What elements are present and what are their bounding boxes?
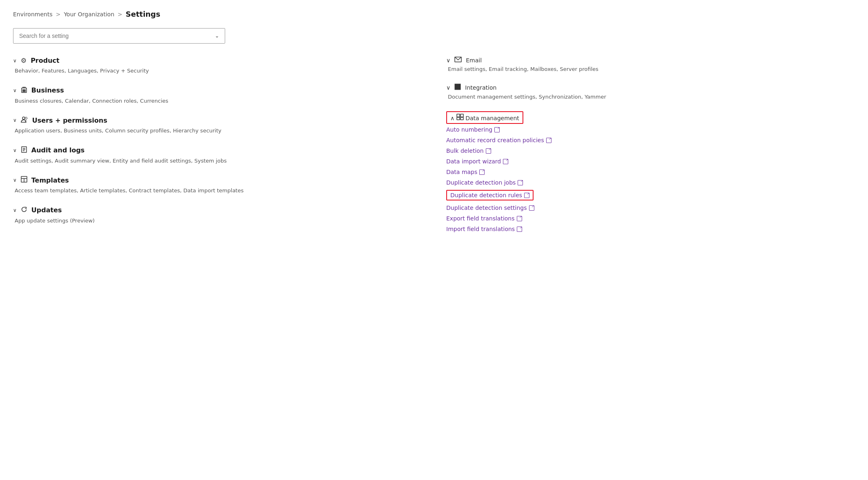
chevron-business-icon: ∨ bbox=[13, 88, 17, 93]
external-link-icon bbox=[517, 227, 522, 232]
auto-numbering-link[interactable]: Auto numbering bbox=[446, 126, 500, 133]
section-integration-desc: Document management settings, Synchroniz… bbox=[448, 94, 855, 100]
section-users-desc: Application users, Business units, Colum… bbox=[15, 127, 422, 135]
duplicate-detection-settings-link[interactable]: Duplicate detection settings bbox=[446, 205, 534, 211]
section-integration-title: Integration bbox=[465, 84, 496, 91]
breadcrumb-current: Settings bbox=[126, 10, 160, 18]
section-business-header[interactable]: ∨ Business bbox=[13, 86, 422, 95]
external-link-icon bbox=[529, 205, 534, 211]
data-maps-label: Data maps bbox=[446, 169, 477, 175]
section-templates: ∨ Templates Access team templates, Artic… bbox=[13, 176, 422, 195]
chevron-updates-icon: ∨ bbox=[13, 207, 17, 213]
section-updates-header[interactable]: ∨ Updates bbox=[13, 206, 422, 214]
external-link-icon bbox=[486, 148, 491, 154]
section-integration: ∨ Integration Document management settin… bbox=[446, 84, 855, 100]
svg-rect-23 bbox=[461, 117, 463, 120]
svg-rect-0 bbox=[22, 88, 27, 92]
svg-point-6 bbox=[25, 117, 27, 119]
svg-rect-22 bbox=[457, 117, 460, 120]
integration-icon bbox=[454, 84, 461, 91]
import-field-translations-label: Import field translations bbox=[446, 226, 515, 232]
audit-icon bbox=[21, 146, 27, 154]
section-business-title: Business bbox=[31, 86, 64, 94]
section-templates-header[interactable]: ∨ Templates bbox=[13, 176, 422, 184]
svg-rect-4 bbox=[24, 91, 25, 92]
external-link-icon bbox=[518, 180, 523, 185]
section-audit-header[interactable]: ∨ Audit and logs bbox=[13, 146, 422, 154]
left-column: ∨ ⚙ Product Behavior, Features, Language… bbox=[13, 57, 422, 244]
svg-rect-19 bbox=[458, 87, 461, 90]
section-data-management: ∧ Data management bbox=[446, 111, 855, 232]
import-field-translations-link[interactable]: Import field translations bbox=[446, 226, 522, 232]
templates-icon bbox=[21, 176, 27, 184]
svg-rect-18 bbox=[455, 87, 458, 90]
chevron-integration-icon: ∨ bbox=[446, 84, 450, 91]
section-updates-desc: App update settings (Preview) bbox=[15, 217, 422, 225]
external-link-icon bbox=[494, 127, 500, 132]
section-product-header[interactable]: ∨ ⚙ Product bbox=[13, 57, 422, 64]
breadcrumb-environments[interactable]: Environments bbox=[13, 11, 53, 18]
section-data-management-title: Data management bbox=[465, 115, 519, 121]
section-email-header[interactable]: ∨ Email bbox=[446, 57, 855, 64]
data-management-icon bbox=[456, 115, 465, 121]
dm-link-data-import-wizard: Data import wizard bbox=[446, 158, 855, 165]
export-field-translations-link[interactable]: Export field translations bbox=[446, 215, 522, 222]
section-business-desc: Business closures, Calendar, Connection … bbox=[15, 97, 422, 105]
breadcrumb-sep1: > bbox=[56, 11, 61, 18]
section-templates-title: Templates bbox=[31, 176, 69, 184]
svg-rect-1 bbox=[23, 90, 24, 90]
dm-link-bulk-deletion: Bulk deletion bbox=[446, 148, 855, 154]
dm-link-duplicate-detection-rules: Duplicate detection rules bbox=[446, 190, 855, 200]
auto-numbering-label: Auto numbering bbox=[446, 126, 492, 133]
chevron-down-icon: ⌄ bbox=[215, 33, 219, 39]
section-email: ∨ Email Email settings, Email tracking, … bbox=[446, 57, 855, 72]
breadcrumb-sep2: > bbox=[117, 11, 122, 18]
building-icon bbox=[21, 86, 27, 95]
automatic-record-label: Automatic record creation policies bbox=[446, 137, 544, 143]
search-input[interactable] bbox=[19, 33, 215, 39]
section-data-management-header[interactable]: ∧ Data management bbox=[446, 111, 855, 124]
users-icon bbox=[21, 116, 28, 124]
section-updates-title: Updates bbox=[31, 206, 62, 214]
chevron-users-icon: ∨ bbox=[13, 117, 17, 123]
search-bar[interactable]: ⌄ bbox=[13, 28, 225, 44]
gear-icon: ⚙ bbox=[21, 57, 27, 64]
external-link-icon bbox=[479, 170, 485, 175]
chevron-data-mgmt-icon: ∧ bbox=[450, 115, 454, 121]
external-link-icon bbox=[524, 193, 529, 198]
dm-link-export-field-translations: Export field translations bbox=[446, 215, 855, 222]
duplicate-detection-settings-label: Duplicate detection settings bbox=[446, 205, 527, 211]
chevron-templates-icon: ∨ bbox=[13, 177, 17, 183]
data-maps-link[interactable]: Data maps bbox=[446, 169, 485, 175]
section-audit: ∨ Audit and logs Audit settings, Audit s… bbox=[13, 146, 422, 165]
svg-rect-3 bbox=[23, 91, 24, 92]
section-product-desc: Behavior, Features, Languages, Privacy +… bbox=[15, 67, 422, 75]
svg-rect-2 bbox=[24, 90, 25, 90]
bulk-deletion-link[interactable]: Bulk deletion bbox=[446, 148, 491, 154]
section-audit-desc: Audit settings, Audit summary view, Enti… bbox=[15, 157, 422, 165]
dm-link-auto-numbering: Auto numbering bbox=[446, 126, 855, 133]
section-product: ∨ ⚙ Product Behavior, Features, Language… bbox=[13, 57, 422, 75]
section-integration-header[interactable]: ∨ Integration bbox=[446, 84, 855, 91]
duplicate-detection-rules-link[interactable]: Duplicate detection rules bbox=[446, 190, 534, 200]
automatic-record-link[interactable]: Automatic record creation policies bbox=[446, 137, 551, 143]
section-updates: ∨ Updates App update settings (Preview) bbox=[13, 206, 422, 225]
data-management-highlight-box: ∧ Data management bbox=[446, 111, 523, 124]
section-users-title: Users + permissions bbox=[32, 117, 107, 124]
chevron-audit-icon: ∨ bbox=[13, 148, 17, 153]
updates-icon bbox=[21, 206, 27, 214]
section-email-title: Email bbox=[466, 57, 482, 64]
data-import-wizard-link[interactable]: Data import wizard bbox=[446, 158, 508, 165]
duplicate-detection-jobs-link[interactable]: Duplicate detection jobs bbox=[446, 179, 523, 186]
dm-link-data-maps: Data maps bbox=[446, 169, 855, 175]
section-templates-desc: Access team templates, Article templates… bbox=[15, 187, 422, 195]
chevron-product-icon: ∨ bbox=[13, 58, 17, 64]
section-users-permissions: ∨ Users + permissions Application users,… bbox=[13, 116, 422, 135]
breadcrumb: Environments > Your Organization > Setti… bbox=[13, 10, 855, 18]
section-users-header[interactable]: ∨ Users + permissions bbox=[13, 116, 422, 124]
section-audit-title: Audit and logs bbox=[31, 146, 85, 154]
external-link-icon bbox=[546, 138, 551, 143]
data-import-wizard-label: Data import wizard bbox=[446, 158, 501, 165]
dm-link-automatic-record: Automatic record creation policies bbox=[446, 137, 855, 143]
breadcrumb-org[interactable]: Your Organization bbox=[64, 11, 114, 18]
